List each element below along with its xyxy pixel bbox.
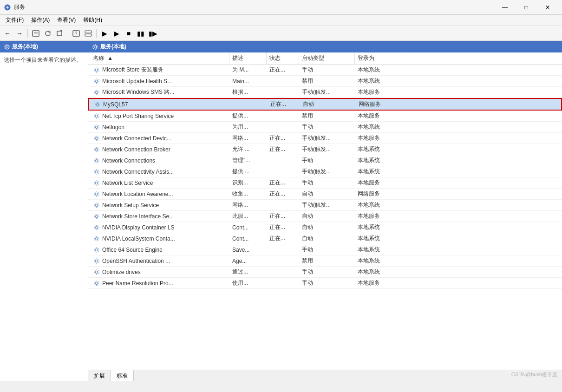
service-status-cell (267, 267, 299, 277)
table-row[interactable]: Network List Service 识别...正在...手动本地服务 (88, 177, 562, 189)
gear-icon (93, 89, 100, 96)
svg-point-20 (96, 126, 98, 128)
table-row[interactable]: Peer Name Resolution Pro... 使用...手动本地服务 (88, 278, 562, 289)
service-status-cell (267, 155, 299, 166)
svg-point-28 (96, 170, 98, 173)
service-status-cell: 正在... (267, 133, 299, 144)
table-row[interactable]: Network Connectivity Assis... 提供 ...手动(触… (88, 166, 562, 177)
help-button[interactable]: ? (71, 28, 82, 39)
watermark: CSDN@bush橙子皿 (511, 371, 557, 378)
gear-icon (93, 246, 100, 254)
service-status-cell: 正在... (267, 233, 299, 244)
table-row[interactable]: Network Connections 管理"...手动本地系统 (88, 155, 562, 166)
col-header-desc[interactable]: 描述 (229, 52, 267, 64)
back-button[interactable]: ← (2, 28, 13, 39)
svg-point-46 (96, 271, 98, 273)
play2-button[interactable]: ▶ (111, 28, 122, 39)
service-login-cell: 本地系统 (355, 244, 401, 255)
service-name-cell: MySQL57 (91, 99, 230, 110)
service-status-cell: 正在... (268, 99, 300, 110)
col-header-name[interactable]: 名称 ▲ (90, 52, 229, 64)
service-status-cell: 正在... (267, 144, 299, 155)
service-status-cell (267, 278, 299, 288)
menubar-item[interactable]: 帮助(H) (79, 15, 106, 25)
tab-standard[interactable]: 标准 (111, 370, 134, 381)
svg-text:?: ? (75, 31, 78, 36)
view-icon (85, 30, 92, 37)
service-startup-cell: 手动 (299, 65, 355, 75)
service-startup-cell: 手动 (299, 278, 355, 288)
service-status-cell (267, 122, 299, 132)
menubar-item[interactable]: 文件(F) (2, 15, 27, 25)
export-button[interactable] (54, 28, 65, 39)
service-table[interactable]: Microsoft Store 安装服务 为 M...正在...手动本地系统 M… (88, 65, 562, 370)
table-row[interactable]: OpenSSH Authentication ... Age...禁用本地系统 (88, 255, 562, 267)
table-row[interactable]: Network Location Awarene... 收集...正在...自动… (88, 189, 562, 200)
refresh-button[interactable] (42, 28, 53, 39)
svg-point-24 (96, 148, 98, 150)
service-status-cell (267, 166, 299, 177)
service-startup-cell: 手动 (299, 267, 355, 277)
service-login-cell: 本地服务 (355, 133, 401, 144)
help-icon: ? (72, 30, 80, 37)
table-row[interactable]: Microsoft Store 安装服务 为 M...正在...手动本地系统 (88, 65, 562, 76)
svg-point-42 (96, 248, 98, 251)
table-row[interactable]: Network Connection Broker 允许 ...正在...手动(… (88, 144, 562, 155)
left-panel-title: 服务(本地) (12, 43, 38, 51)
table-row[interactable]: Optimize drives 通过...手动本地系统 (88, 267, 562, 278)
col-header-startup[interactable]: 启动类型 (299, 52, 355, 64)
menubar-item[interactable]: 操作(A) (27, 15, 53, 25)
service-startup-cell: 自动 (299, 189, 355, 199)
svg-point-36 (96, 215, 98, 217)
tab-extend[interactable]: 扩展 (88, 370, 111, 381)
table-row[interactable]: MySQL57 正在...自动网络服务 (88, 98, 562, 111)
close-button[interactable]: ✕ (537, 0, 558, 15)
play-button[interactable]: ▶ (99, 28, 110, 39)
menubar-item[interactable]: 查看(V) (53, 15, 79, 25)
service-name-cell: Network List Service (90, 177, 229, 188)
svg-point-48 (96, 282, 98, 284)
minimize-button[interactable]: — (494, 0, 516, 15)
gear-icon (93, 235, 100, 242)
svg-point-38 (96, 226, 98, 229)
service-desc-cell: Save... (229, 244, 267, 255)
service-startup-cell: 禁用 (299, 76, 355, 86)
table-row[interactable]: Network Connected Devic... 网络...正在...手动(… (88, 133, 562, 144)
col-header-status[interactable]: 状态 (267, 52, 299, 64)
service-login-cell: 本地服务 (355, 177, 401, 188)
svg-rect-1 (33, 31, 39, 36)
maximize-button[interactable]: □ (516, 0, 537, 15)
view-button[interactable] (83, 28, 94, 39)
forward-button[interactable]: → (14, 28, 25, 39)
table-row[interactable]: Microsoft Update Health S... Main...禁用本地… (88, 76, 562, 87)
toolbar-separator-3 (96, 29, 97, 38)
service-startup-cell: 手动 (299, 122, 355, 132)
table-row[interactable]: Network Store Interface Se... 此服...正在...… (88, 211, 562, 222)
gear-icon-left (4, 44, 10, 50)
service-desc-cell: Cont... (229, 222, 267, 233)
svg-rect-3 (57, 31, 62, 36)
service-login-cell: 本地系统 (355, 233, 401, 244)
service-desc-cell: Age... (229, 255, 267, 266)
table-row[interactable]: Network Setup Service 网络...手动(触发...本地系统 (88, 200, 562, 211)
toolbar-separator-2 (68, 29, 68, 38)
gear-icon (93, 112, 100, 120)
service-desc-cell: 提供... (229, 111, 267, 121)
table-row[interactable]: Microsoft Windows SMS 路... 根据...手动(触发...… (88, 87, 562, 98)
col-header-login[interactable]: 登录为 (355, 52, 401, 64)
show-hide-button[interactable] (30, 28, 41, 39)
table-row[interactable]: NVIDIA Display Container LS Cont...正在...… (88, 222, 562, 233)
service-desc-cell: 收集... (229, 189, 267, 199)
pause-button[interactable]: ▮▮ (135, 28, 146, 39)
resume-button[interactable]: ▮▶ (147, 28, 158, 39)
stop-button[interactable]: ■ (123, 28, 134, 39)
table-row[interactable]: Office 64 Source Engine Save...手动本地系统 (88, 244, 562, 255)
service-desc-cell: 为用... (229, 122, 267, 132)
table-row[interactable]: Net.Tcp Port Sharing Service 提供...禁用本地服务 (88, 111, 562, 122)
service-name-cell: Optimize drives (90, 267, 229, 277)
table-row[interactable]: NVIDIA LocalSystem Conta... Cont...正在...… (88, 233, 562, 244)
service-name-cell: Net.Tcp Port Sharing Service (90, 111, 229, 121)
table-row[interactable]: Netlogon 为用...手动本地系统 (88, 122, 562, 133)
svg-point-44 (96, 260, 98, 262)
service-desc-cell: 使用... (229, 278, 267, 288)
